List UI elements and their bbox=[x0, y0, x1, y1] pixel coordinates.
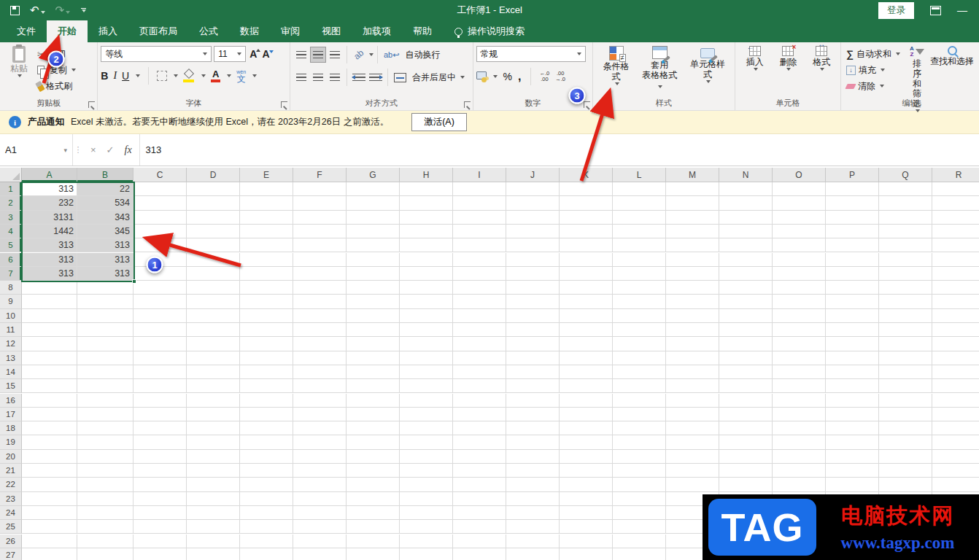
cell-P2[interactable] bbox=[826, 196, 879, 210]
row-header-18[interactable]: 18 bbox=[0, 421, 22, 435]
cell-J21[interactable] bbox=[506, 464, 560, 478]
cell-E4[interactable] bbox=[240, 225, 293, 238]
cell-M22[interactable] bbox=[666, 478, 719, 491]
cell-M5[interactable] bbox=[666, 238, 719, 252]
cell-N11[interactable] bbox=[719, 323, 773, 337]
cell-H10[interactable] bbox=[400, 309, 453, 323]
cell-K27[interactable] bbox=[560, 548, 613, 560]
cell-Q14[interactable] bbox=[879, 365, 932, 379]
cell-P17[interactable] bbox=[826, 408, 879, 421]
cell-I3[interactable] bbox=[453, 211, 506, 225]
undo-caret-icon[interactable] bbox=[41, 11, 45, 14]
cell-I1[interactable] bbox=[453, 182, 506, 196]
accounting-format-icon[interactable] bbox=[476, 71, 490, 82]
formula-input[interactable]: 313 bbox=[140, 134, 979, 166]
redo-button[interactable]: ↷ bbox=[55, 4, 71, 17]
cell-B26[interactable] bbox=[77, 534, 134, 548]
cell-P16[interactable] bbox=[826, 394, 879, 408]
cell-O6[interactable] bbox=[773, 253, 826, 267]
cell-M13[interactable] bbox=[666, 351, 719, 365]
cell-A6[interactable]: 313 bbox=[22, 253, 77, 267]
font-size-combo[interactable]: 11 bbox=[214, 46, 246, 62]
cell-J3[interactable] bbox=[506, 211, 560, 225]
cell-C20[interactable] bbox=[134, 450, 187, 464]
column-header-I[interactable]: I bbox=[453, 168, 506, 182]
cell-A1[interactable]: 313 bbox=[22, 182, 77, 196]
cell-R8[interactable] bbox=[932, 281, 979, 295]
cell-C2[interactable] bbox=[134, 196, 187, 210]
cell-G11[interactable] bbox=[347, 323, 400, 337]
tab-home[interactable]: 开始 bbox=[47, 20, 88, 42]
cell-D27[interactable] bbox=[187, 548, 240, 560]
cell-L9[interactable] bbox=[613, 295, 666, 308]
cell-B16[interactable] bbox=[77, 394, 134, 408]
cell-B11[interactable] bbox=[77, 323, 134, 337]
cell-M9[interactable] bbox=[666, 295, 719, 308]
insert-function-icon[interactable]: fx bbox=[125, 144, 132, 156]
cell-G9[interactable] bbox=[347, 295, 400, 308]
cell-D17[interactable] bbox=[187, 408, 240, 421]
cell-B21[interactable] bbox=[77, 464, 134, 478]
name-box-resizer[interactable]: ⋮ bbox=[73, 134, 83, 166]
cell-F16[interactable] bbox=[293, 394, 347, 408]
cell-I12[interactable] bbox=[453, 337, 506, 351]
cell-J27[interactable] bbox=[506, 548, 560, 560]
cell-E22[interactable] bbox=[240, 478, 293, 491]
cell-D13[interactable] bbox=[187, 351, 240, 365]
row-header-13[interactable]: 13 bbox=[0, 351, 22, 365]
row-header-10[interactable]: 10 bbox=[0, 309, 22, 323]
conditional-formatting-button[interactable]: ≠ 条件格式 bbox=[596, 44, 637, 98]
cell-H3[interactable] bbox=[400, 211, 453, 225]
cell-E8[interactable] bbox=[240, 281, 293, 295]
cell-O18[interactable] bbox=[773, 421, 826, 435]
column-header-R[interactable]: R bbox=[932, 168, 979, 182]
row-header-22[interactable]: 22 bbox=[0, 478, 22, 491]
tab-help[interactable]: 帮助 bbox=[402, 20, 443, 42]
cell-F13[interactable] bbox=[293, 351, 347, 365]
cell-B12[interactable] bbox=[77, 337, 134, 351]
cell-R22[interactable] bbox=[932, 478, 979, 491]
column-header-N[interactable]: N bbox=[719, 168, 773, 182]
cell-P15[interactable] bbox=[826, 379, 879, 393]
cell-F5[interactable] bbox=[293, 238, 347, 252]
cell-J16[interactable] bbox=[506, 394, 560, 408]
cell-J13[interactable] bbox=[506, 351, 560, 365]
name-box[interactable]: A1▾ bbox=[0, 134, 73, 166]
cell-M3[interactable] bbox=[666, 211, 719, 225]
cell-E13[interactable] bbox=[240, 351, 293, 365]
cell-R17[interactable] bbox=[932, 408, 979, 421]
cell-D21[interactable] bbox=[187, 464, 240, 478]
cell-M15[interactable] bbox=[666, 379, 719, 393]
sign-in-button[interactable]: 登录 bbox=[878, 2, 914, 19]
cell-M19[interactable] bbox=[666, 435, 719, 449]
cell-K10[interactable] bbox=[560, 309, 613, 323]
cell-E7[interactable] bbox=[240, 267, 293, 281]
cell-J1[interactable] bbox=[506, 182, 560, 196]
cell-L26[interactable] bbox=[613, 534, 666, 548]
cell-O17[interactable] bbox=[773, 408, 826, 421]
cell-P7[interactable] bbox=[826, 267, 879, 281]
cell-Q22[interactable] bbox=[879, 478, 932, 491]
cell-C26[interactable] bbox=[134, 534, 187, 548]
cell-K4[interactable] bbox=[560, 225, 613, 238]
cell-I6[interactable] bbox=[453, 253, 506, 267]
cell-A13[interactable] bbox=[22, 351, 77, 365]
insert-cells-button[interactable]: ← 插入 bbox=[743, 44, 767, 98]
cell-M7[interactable] bbox=[666, 267, 719, 281]
cell-L20[interactable] bbox=[613, 450, 666, 464]
format-painter-button[interactable]: 格式刷 bbox=[35, 78, 78, 94]
cell-L23[interactable] bbox=[613, 492, 666, 506]
cell-G26[interactable] bbox=[347, 534, 400, 548]
cell-H26[interactable] bbox=[400, 534, 453, 548]
cell-F14[interactable] bbox=[293, 365, 347, 379]
cell-C4[interactable] bbox=[134, 225, 187, 238]
font-dialog-launcher-icon[interactable] bbox=[281, 101, 287, 108]
cell-G22[interactable] bbox=[347, 478, 400, 491]
cell-J7[interactable] bbox=[506, 267, 560, 281]
cell-P11[interactable] bbox=[826, 323, 879, 337]
cell-K14[interactable] bbox=[560, 365, 613, 379]
cell-G21[interactable] bbox=[347, 464, 400, 478]
cell-D9[interactable] bbox=[187, 295, 240, 308]
cell-L21[interactable] bbox=[613, 464, 666, 478]
enter-icon[interactable]: ✓ bbox=[107, 144, 115, 155]
